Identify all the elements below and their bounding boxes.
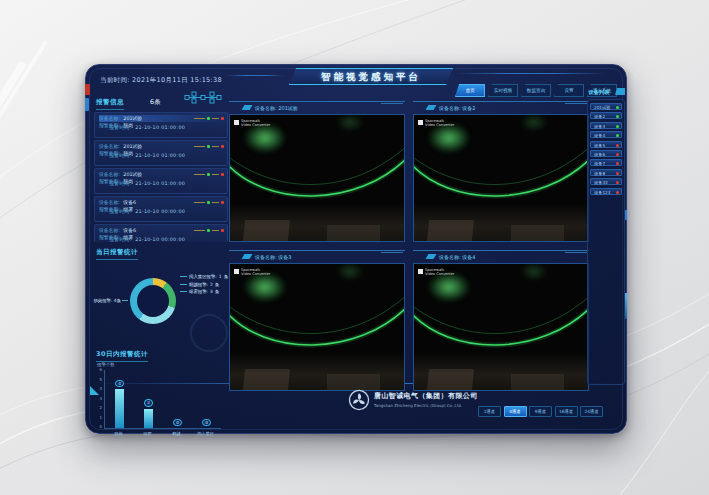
- left-edge-blue-accent: [85, 98, 89, 111]
- alarm-device-label: 设备名称:: [99, 200, 120, 205]
- video-machinery-silhouette: [243, 220, 290, 241]
- device-list-item[interactable]: 设备7: [590, 159, 622, 166]
- company-logo: [348, 389, 370, 411]
- alarm-level-gauge: [194, 201, 224, 204]
- video-cell: 设备名称: 设备2: [413, 101, 589, 242]
- device-list-item[interactable]: 设备2: [590, 112, 622, 119]
- status-dot: [616, 162, 619, 165]
- alarm-device-label: 设备名称:: [99, 116, 120, 121]
- device-name: 设备123: [594, 190, 610, 195]
- video-cell: 设备名称: 设备4: [413, 250, 589, 391]
- gauge-red-dot: [221, 173, 224, 176]
- alarm-level-gauge: [194, 145, 224, 148]
- daily-alarm-donut: [130, 278, 176, 324]
- legend-connector-line: [122, 300, 128, 301]
- converter-icon: [234, 120, 239, 125]
- video-name-label: 设备名称:: [439, 254, 461, 260]
- converter-icon: [418, 269, 423, 274]
- alarm-card[interactable]: 设备名称: 201试验 报警类型: 脱岗 报警时间: 21-10-10 01:0…: [94, 168, 228, 194]
- video-converter-overlay: Spacewalk Video Converter: [418, 119, 454, 127]
- video-feed[interactable]: Spacewalk Video Converter: [229, 114, 405, 242]
- alarm-time-line: 报警时间: 21-10-10 01:00:00: [109, 180, 185, 187]
- alarm-level-gauge: [194, 117, 224, 120]
- alarm-device-label: 设备名称:: [99, 228, 120, 233]
- platform-title: 智能视觉感知平台: [289, 68, 453, 85]
- monthly-alarm-bar-chart: 4 2 0 0: [104, 370, 221, 429]
- video-header: 设备名称: 201试验: [229, 101, 405, 114]
- current-time: 当前时间: 2021年10月11日 15:15:38: [100, 76, 222, 85]
- video-converter-overlay: Spacewalk Video Converter: [234, 119, 270, 127]
- video-name-value: 设备3: [278, 254, 291, 260]
- device-name: 设备3: [594, 124, 605, 129]
- bar-chart-x-labels: 脱岗烟雾翻越闯入禁区: [104, 431, 220, 436]
- daily-stats-title: 当日报警统计: [96, 248, 138, 260]
- gauge-red-dot: [221, 117, 224, 120]
- gauge-red-dot: [221, 229, 224, 232]
- device-list-item[interactable]: 设备6: [590, 150, 622, 157]
- channel-button[interactable]: 9通道: [529, 406, 552, 417]
- gauge-green-dot: [207, 201, 210, 204]
- device-name: 设备8: [594, 171, 605, 176]
- nav-button[interactable]: 实时视频: [488, 84, 518, 97]
- gauge-red-dot: [221, 145, 224, 148]
- left-sidebar: 报警信息 6条 设备名称: 201试验 报警类型: 脱岗: [92, 98, 230, 430]
- alarm-card[interactable]: 设备名称: 201试验 报警类型: 脱岗 报警时间: 21-10-10 01:0…: [94, 140, 228, 166]
- screen-background: 当前时间: 2021年10月11日 15:15:38 智能视觉感知平台 首页 实…: [0, 0, 709, 495]
- channel-button[interactable]: 4通道: [504, 406, 527, 417]
- legend-label: 脱岗报警: [93, 298, 113, 303]
- alarm-level-gauge: [194, 229, 224, 232]
- alarm-card[interactable]: 设备名称: 201试验 报警类型: 脱岗 报警时间: 21-10-10 01:0…: [94, 112, 228, 138]
- gauge-line: [212, 174, 219, 175]
- device-list-item[interactable]: 设备5: [590, 141, 622, 148]
- donut-legend-item: 闯入禁区报警1条: [180, 274, 228, 279]
- nav-button[interactable]: 首页: [455, 84, 485, 97]
- bar-column: 0: [163, 370, 192, 428]
- legend-connector-line: [180, 291, 187, 292]
- device-list-item[interactable]: 设备33: [590, 178, 622, 185]
- gauge-line: [194, 230, 205, 231]
- device-list-item[interactable]: 201试验: [590, 103, 622, 110]
- y-tick: 4: [99, 386, 102, 391]
- video-feed[interactable]: Spacewalk Video Converter: [229, 263, 405, 391]
- video-machinery-silhouette: [327, 225, 379, 241]
- channel-button[interactable]: 24通道: [580, 406, 603, 417]
- status-dot: [616, 106, 619, 109]
- status-dot: [616, 172, 619, 175]
- device-list-item[interactable]: 设备8: [590, 169, 622, 176]
- alarm-card[interactable]: 设备名称: 设备6 报警类型: 烟雾 报警时间: 21-10-10 00:00:…: [94, 196, 228, 222]
- video-machinery-silhouette: [511, 225, 563, 241]
- x-tick-label: 闯入禁区: [191, 431, 220, 436]
- converter-line2: Video Converter: [241, 272, 270, 276]
- alarm-card[interactable]: 设备名称: 设备6 报警类型: 烟雾 报警时间: 21-10-10 00:00:…: [94, 224, 228, 242]
- left-edge-red-accent: [85, 84, 90, 95]
- video-name-label: 设备名称:: [439, 105, 461, 111]
- header-line-decoration: [456, 73, 606, 74]
- gauge-line: [194, 174, 205, 175]
- alarm-time-label: 报警时间:: [109, 209, 131, 214]
- device-list-title: 设备列表: [588, 89, 610, 96]
- device-list-item[interactable]: 设备4: [590, 131, 622, 138]
- gauge-green-dot: [207, 229, 210, 232]
- status-dot: [616, 181, 619, 184]
- alarm-time-label: 报警时间:: [109, 181, 131, 186]
- converter-text: Spacewalk Video Converter: [425, 119, 454, 127]
- channel-button[interactable]: 16通道: [555, 406, 578, 417]
- video-feed[interactable]: Spacewalk Video Converter: [413, 114, 589, 242]
- device-list-item[interactable]: 设备3: [590, 122, 622, 129]
- nav-button[interactable]: 数据查询: [521, 84, 551, 97]
- legend-unit: 条: [215, 282, 219, 287]
- alarm-device-label: 设备名称:: [99, 144, 120, 149]
- video-feed[interactable]: Spacewalk Video Converter: [413, 263, 589, 391]
- x-tick-label: 烟雾: [133, 431, 162, 436]
- device-list-item[interactable]: 设备123: [590, 188, 622, 195]
- converter-text: Spacewalk Video Converter: [241, 268, 270, 276]
- alarm-time-value: 21-10-10 00:00:00: [135, 237, 185, 242]
- nav-button[interactable]: 设置: [554, 84, 584, 97]
- bar: [115, 389, 124, 428]
- device-name: 设备7: [594, 161, 605, 166]
- channel-button[interactable]: 1通道: [478, 406, 501, 417]
- alarm-device-value: 201试验: [123, 116, 142, 121]
- alarm-time-value: 21-10-10 01:00:00: [135, 181, 185, 186]
- company-name-en: Tangshan Zhicheng Electric (Group) Co.,L…: [374, 403, 478, 408]
- donut-legend-item: 翻越报警2条: [180, 282, 228, 287]
